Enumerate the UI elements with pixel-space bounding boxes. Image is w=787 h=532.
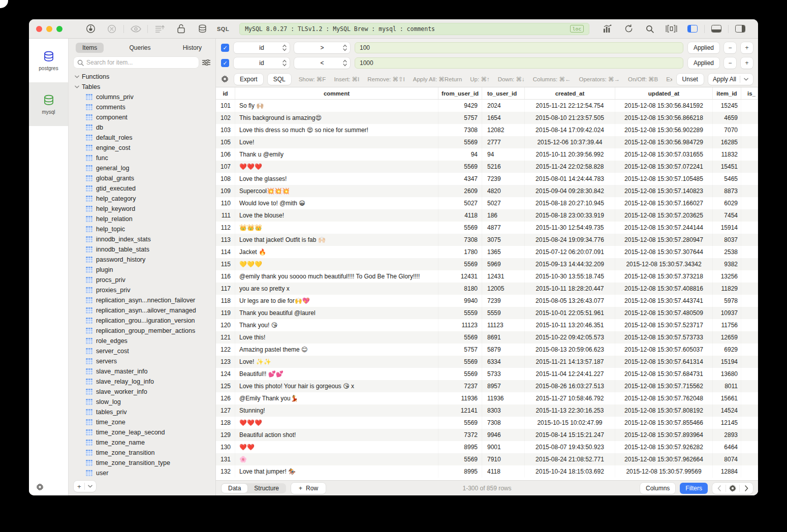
sidebar-table-item[interactable]: plugin [75, 265, 215, 275]
item-search-field[interactable] [74, 57, 199, 68]
column-header-id[interactable]: id [216, 87, 235, 99]
remove-filter-button[interactable]: − [724, 42, 736, 53]
section-tables[interactable]: Tables [75, 82, 215, 92]
add-filter-button[interactable]: + [741, 57, 753, 69]
sidebar-table-item[interactable]: replication_group_member_actions [75, 326, 215, 336]
applied-button[interactable]: Applied [688, 42, 719, 53]
database-icon[interactable] [196, 23, 209, 35]
sql-button[interactable]: SQL [268, 74, 291, 85]
sidebar-table-item[interactable]: time_zone_name [75, 437, 215, 448]
sidebar-table-item[interactable]: columns_priv [75, 92, 215, 102]
sidebar-table-item[interactable]: servers [75, 356, 215, 366]
filter-enabled-checkbox[interactable]: ✓ [221, 44, 229, 52]
refresh-icon[interactable] [622, 23, 635, 35]
sidebar-table-item[interactable]: comments [75, 102, 215, 112]
sidebar-table-item[interactable]: slave_relay_log_info [75, 377, 215, 387]
sidebar-table-item[interactable]: component [75, 112, 215, 122]
zoom-window-button[interactable] [56, 26, 62, 32]
sidebar-table-item[interactable]: help_relation [75, 214, 215, 224]
column-header-updated-at[interactable]: updated_at [615, 87, 713, 99]
search-icon[interactable] [643, 23, 656, 35]
table-row[interactable]: 117 you are so pretty x 8180 12005 2015-… [216, 283, 758, 295]
sidebar-table-item[interactable]: engine_cost [75, 143, 215, 153]
add-item-button[interactable]: + [74, 481, 96, 492]
remove-filter-button[interactable]: − [724, 57, 736, 69]
minimize-window-button[interactable] [46, 26, 52, 32]
preview-eye-icon[interactable] [129, 23, 142, 35]
arrange-icon[interactable] [202, 59, 210, 66]
table-row[interactable]: 130 ❤️❤️ 8995 9001 2015-08-07 19:43:50.9… [216, 441, 758, 453]
filters-button[interactable]: Filters [680, 483, 708, 494]
connection-mysql[interactable]: mysql [29, 82, 68, 126]
sidebar-table-item[interactable]: server_cost [75, 346, 215, 356]
filter-value-field[interactable] [355, 42, 683, 53]
page-settings-gear-icon[interactable] [726, 485, 739, 492]
toggle-bottom-panel-icon[interactable] [710, 23, 723, 35]
column-header-item-id[interactable]: item_id [713, 87, 741, 99]
sidebar-table-item[interactable]: role_edges [75, 336, 215, 346]
table-row[interactable]: 110 Would love to! @mith 😁 5027 5027 201… [216, 197, 758, 209]
table-row[interactable]: 126 @Emily Thank you💃 11936 11936 2015-1… [216, 392, 758, 404]
tab-items[interactable]: Items [76, 43, 104, 53]
tab-queries[interactable]: Queries [122, 43, 157, 53]
table-row[interactable]: 115 💛💛💛 5569 5969 2015-09-13 14:44:32.20… [216, 258, 758, 270]
table-row[interactable]: 113 Love that jacket! Outfit is fab 🙌🏻 7… [216, 234, 758, 246]
column-header-comment[interactable]: comment [235, 87, 438, 99]
sidebar-table-item[interactable]: global_grants [75, 173, 215, 183]
tab-history[interactable]: History [176, 43, 208, 53]
open-sql-editor-button[interactable]: SQL [217, 26, 229, 32]
table-row[interactable]: 121 Love this! 5569 8691 2015-10-22 09:4… [216, 331, 758, 343]
sidebar-table-item[interactable]: replication_asyn...nnection_failover [75, 295, 215, 305]
sidebar-table-item[interactable]: tables_priv [75, 407, 215, 417]
pending-changes-icon[interactable] [153, 23, 166, 35]
sidebar-table-item[interactable]: default_roles [75, 133, 215, 143]
table-row[interactable]: 129 Beautiful action shot! 7372 9946 201… [216, 429, 758, 441]
sidebar-table-item[interactable]: slave_master_info [75, 366, 215, 377]
table-row[interactable]: 116 @emily thank you soooo much beautifu… [216, 270, 758, 283]
unset-button[interactable]: Unset [677, 74, 704, 85]
table-row[interactable]: 102 This background is amazing😍 5757 165… [216, 112, 758, 124]
table-row[interactable]: 106 Thank u @emily 94 94 2015-10-11 20:3… [216, 148, 758, 161]
table-row[interactable]: 122 Amazing pastel theme 😊 5757 5879 201… [216, 343, 758, 356]
apply-all-button[interactable]: Apply All [708, 74, 753, 85]
sidebar-table-item[interactable]: db [75, 122, 215, 133]
add-row-button[interactable]: + Row [291, 483, 326, 494]
filter-column-select[interactable]: id [234, 42, 290, 53]
sidebar-table-item[interactable]: gtid_executed [75, 183, 215, 194]
table-row[interactable]: 111 Love the blouse! 4118 186 2015-08-18… [216, 209, 758, 222]
column-header-from-user-id[interactable]: from_user_id [438, 87, 482, 99]
toggle-left-panel-icon[interactable] [686, 23, 699, 35]
table-row[interactable]: 120 Thank you! 😘 11123 11123 2015-10-11 … [216, 319, 758, 331]
table-row[interactable]: 127 Stunning! 12141 8303 2015-11-13 22:3… [216, 404, 758, 417]
columns-button[interactable]: Columns [640, 483, 675, 494]
export-button[interactable]: Export [234, 74, 263, 85]
sidebar-table-item[interactable]: help_category [75, 194, 215, 204]
sidebar-table-item[interactable]: innodb_index_stats [75, 234, 215, 244]
filter-operator-select[interactable]: > [294, 42, 350, 53]
table-row[interactable]: 132 Love that jumper! 🏇 8995 4118 2015-1… [216, 465, 758, 478]
sidebar-table-item[interactable]: procs_priv [75, 275, 215, 285]
close-window-button[interactable] [36, 26, 42, 32]
filter-value-field[interactable] [355, 57, 683, 69]
table-row[interactable]: 107 ❤️❤️❤️ 5569 5216 2015-11-24 22:02:58… [216, 161, 758, 173]
table-row[interactable]: 119 Thank you beautiful @laurel 5559 555… [216, 307, 758, 319]
filter-operator-select[interactable]: < [294, 57, 350, 69]
column-header-to-user-id[interactable]: to_user_id [482, 87, 525, 99]
disconnect-icon[interactable] [105, 23, 118, 35]
add-filter-button[interactable]: + [741, 42, 753, 53]
inspector-icon[interactable] [665, 23, 678, 35]
filter-value-input[interactable] [360, 59, 678, 67]
filter-enabled-checkbox[interactable]: ✓ [221, 59, 229, 67]
table-row[interactable]: 109 Supercool💥💥💥 2609 4820 2015-09-04 09… [216, 185, 758, 197]
lock-icon[interactable] [174, 23, 187, 35]
next-page-icon[interactable] [740, 485, 753, 491]
filter-settings-gear-icon[interactable] [221, 75, 229, 83]
filter-column-select[interactable]: id [234, 57, 290, 69]
sidebar-table-item[interactable]: replication_grou...iguration_version [75, 316, 215, 326]
sidebar-table-item[interactable]: time_zone_leap_second [75, 427, 215, 437]
toggle-right-panel-icon[interactable] [734, 23, 747, 35]
connection-icon[interactable] [84, 23, 97, 35]
sidebar-table-item[interactable]: general_log [75, 163, 215, 173]
previous-page-icon[interactable] [712, 485, 726, 491]
sidebar-table-item[interactable]: user [75, 468, 215, 477]
